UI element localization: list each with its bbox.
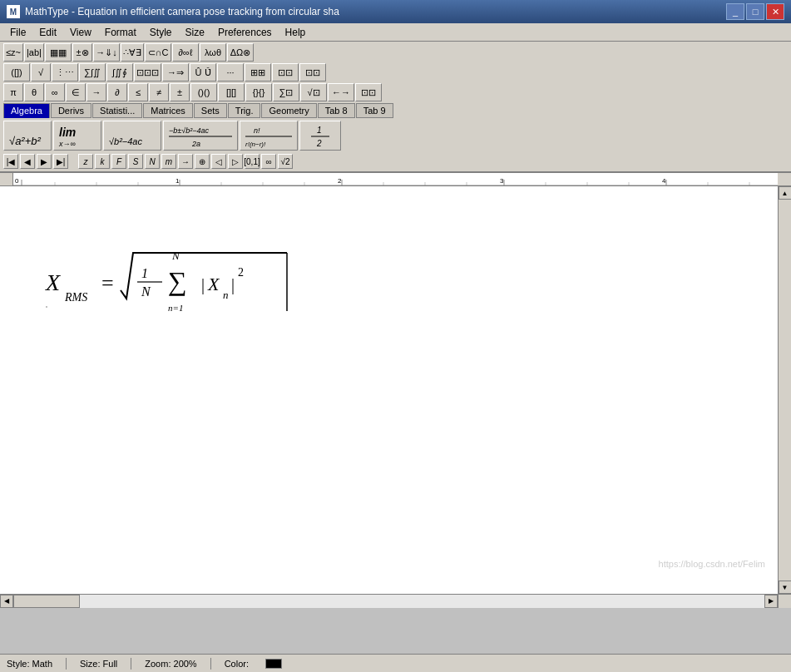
sym-sum-int[interactable]: ∑∫∬	[79, 63, 106, 82]
sym-abs-b[interactable]: |ab|	[24, 43, 44, 62]
sym-leq2[interactable]: ≤	[128, 83, 148, 101]
menu-edit[interactable]: Edit	[32, 25, 63, 40]
svg-text:1: 1	[141, 266, 148, 280]
menu-preferences[interactable]: Preferences	[211, 25, 279, 40]
sym-small-n[interactable]: N	[145, 154, 160, 169]
sym-dots[interactable]: ⋮⋯	[52, 63, 78, 82]
sym-pm[interactable]: ±	[170, 83, 190, 101]
svg-text:0: 0	[15, 177, 19, 185]
sym-matrix4[interactable]: ⊞⊞	[245, 63, 271, 82]
tab-8[interactable]: Tab 8	[318, 103, 355, 118]
sym-hat[interactable]: Û Û̇	[190, 63, 216, 82]
sym-small-s[interactable]: S	[128, 154, 143, 169]
status-color-label: Color:	[225, 659, 249, 669]
template-sqrt-sum[interactable]: √a²+b²	[3, 121, 52, 151]
title-bar-left: M MathType - Equation in efficient camer…	[7, 5, 339, 18]
tab-derivs[interactable]: Derivs	[51, 103, 91, 118]
tab-bar: Algebra Derivs Statisti... Matrices Sets…	[3, 103, 788, 118]
sym-forall-exists[interactable]: ∴∀∃	[121, 43, 144, 62]
editor-wrapper: X RMS = 1 N ∑ n=1	[0, 186, 791, 594]
sym-bracket-01[interactable]: [0,1]	[245, 154, 260, 169]
sym-integral[interactable]: ∫∬∮	[106, 63, 133, 82]
sym-element[interactable]: ∈	[66, 83, 86, 101]
tab-geometry[interactable]: Geometry	[261, 103, 316, 118]
scrollbar-horizontal-track[interactable]	[13, 595, 764, 608]
sym-brackets[interactable]: [][]	[218, 83, 245, 101]
sym-inf-small[interactable]: ∞	[261, 154, 276, 169]
menu-size[interactable]: Size	[179, 25, 211, 40]
sym-extra[interactable]: ⊡⊡	[355, 83, 382, 101]
close-button[interactable]: ✕	[766, 3, 784, 20]
svg-text:1: 1	[176, 177, 180, 185]
tab-9[interactable]: Tab 9	[356, 103, 393, 118]
sym-paren2[interactable]: ()()	[190, 83, 217, 101]
scroll-right-button[interactable]: ▶	[764, 595, 778, 608]
template-quadratic-formula[interactable]: −b±√b²−4ac 2a	[163, 121, 238, 151]
sym-plus-circle[interactable]: ±⊗	[72, 43, 92, 62]
sym-partial[interactable]: ∂	[107, 83, 127, 101]
tab-matrices[interactable]: Matrices	[143, 103, 193, 118]
menu-view[interactable]: View	[63, 25, 98, 40]
sym-paren[interactable]: ([])	[3, 63, 30, 82]
sym-dots2[interactable]: ···	[217, 63, 244, 82]
status-sep-1	[66, 658, 67, 670]
sym-theta[interactable]: θ	[24, 83, 44, 101]
menu-file[interactable]: File	[3, 25, 32, 40]
sym-arrow-r[interactable]: →	[87, 83, 106, 101]
sym-infty[interactable]: ∞	[45, 83, 65, 101]
sym-arrows2[interactable]: →⇒	[162, 63, 189, 82]
sym-other[interactable]: ⊡⊡	[299, 63, 326, 82]
sym-delta-omega[interactable]: ΔΩ⊗	[227, 43, 254, 62]
nav-tab-next[interactable]: ▶	[37, 154, 52, 169]
tab-sets[interactable]: Sets	[194, 103, 227, 118]
scroll-left-button[interactable]: ◀	[0, 595, 13, 608]
template-half[interactable]: 1 2	[299, 121, 341, 151]
sym-matrix2[interactable]: ▦▦	[45, 43, 72, 62]
sym-arrow3[interactable]: ←→	[328, 83, 354, 101]
tab-algebra[interactable]: Algebra	[3, 103, 50, 118]
template-limit[interactable]: lim x→∞	[53, 121, 101, 151]
sym-curly[interactable]: {}{}	[245, 83, 272, 101]
sym-small-z[interactable]: z	[78, 154, 93, 169]
sym-matrix3[interactable]: ⊡⊡⊡	[134, 63, 161, 82]
sym-triangle-left[interactable]: ◁	[211, 154, 226, 169]
sym-neq[interactable]: ≠	[149, 83, 169, 101]
scroll-down-button[interactable]: ▼	[779, 581, 792, 594]
nav-tab-first[interactable]: |◀	[3, 154, 18, 169]
sym-sqrt-small[interactable]: √2	[278, 154, 293, 169]
minimize-button[interactable]: _	[726, 3, 744, 20]
sym-pi[interactable]: π	[3, 83, 23, 101]
title-controls[interactable]: _ □ ✕	[726, 3, 784, 20]
menu-format[interactable]: Format	[98, 25, 143, 40]
nav-tab-last[interactable]: ▶|	[53, 154, 68, 169]
sym-root[interactable]: √	[31, 63, 51, 82]
tab-statisti[interactable]: Statisti...	[92, 103, 142, 118]
nav-tab-prev[interactable]: ◀	[20, 154, 35, 169]
sym-small-k[interactable]: k	[95, 154, 110, 169]
svg-text:4: 4	[662, 177, 666, 185]
sym-sqrt2[interactable]: √⊡	[300, 83, 327, 101]
scroll-up-button[interactable]: ▲	[779, 186, 792, 200]
editor-content[interactable]: X RMS = 1 N ∑ n=1	[0, 186, 778, 594]
sym-arrows[interactable]: →⇓↓	[93, 43, 120, 62]
sym-leq-tilde[interactable]: ≤z~	[3, 43, 23, 62]
sym-sum2[interactable]: ∑⊡	[273, 83, 299, 101]
sym-lambda-omega[interactable]: λωθ	[200, 43, 226, 62]
template-combination[interactable]: n! r!(n−r)!	[240, 121, 298, 151]
sym-set-ops[interactable]: ⊂∩C	[145, 43, 171, 62]
tab-trig[interactable]: Trig.	[228, 103, 261, 118]
sym-partial-inf[interactable]: ∂∞ℓ	[172, 43, 199, 62]
watermark: https://blog.csdn.net/Felim	[659, 559, 765, 569]
menu-help[interactable]: Help	[279, 25, 313, 40]
menu-style[interactable]: Style	[143, 25, 179, 40]
sym-small-m[interactable]: m	[161, 154, 176, 169]
sym-arrow-small[interactable]: →	[178, 154, 193, 169]
svg-text:RMS: RMS	[64, 291, 87, 304]
template-quadratic-sqrt[interactable]: √b²−4ac	[103, 121, 161, 151]
sym-small-f[interactable]: F	[111, 154, 126, 169]
maximize-button[interactable]: □	[746, 3, 764, 20]
sym-circle-plus[interactable]: ⊕	[195, 154, 210, 169]
sym-frac-matrix[interactable]: ⊡⊡	[272, 63, 299, 82]
scrollbar-vertical[interactable]: ▲ ▼	[778, 186, 791, 594]
sym-triangle-right[interactable]: ▷	[228, 154, 243, 169]
